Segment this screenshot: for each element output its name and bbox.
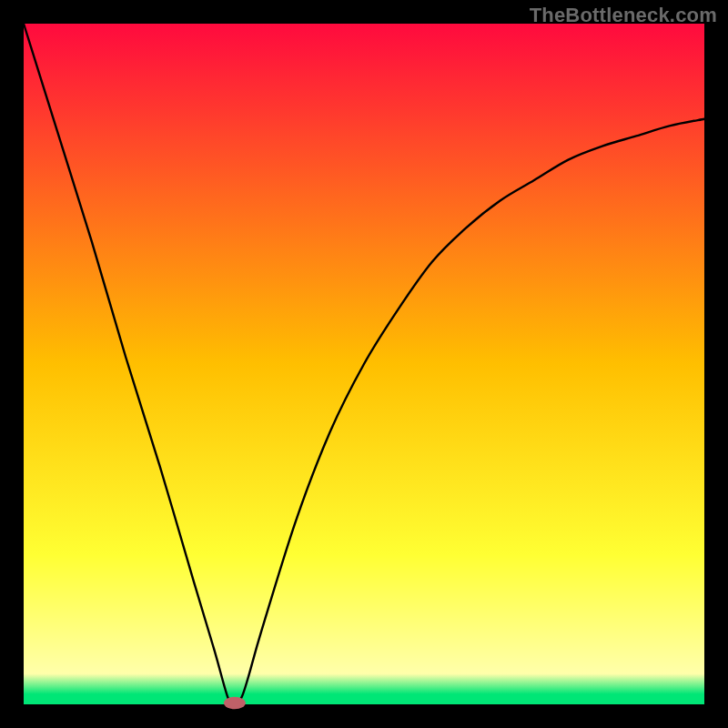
chart-min-marker (224, 697, 246, 709)
chart-svg (0, 0, 728, 728)
chart-container: TheBottleneck.com (0, 0, 728, 728)
watermark-text: TheBottleneck.com (530, 4, 717, 27)
